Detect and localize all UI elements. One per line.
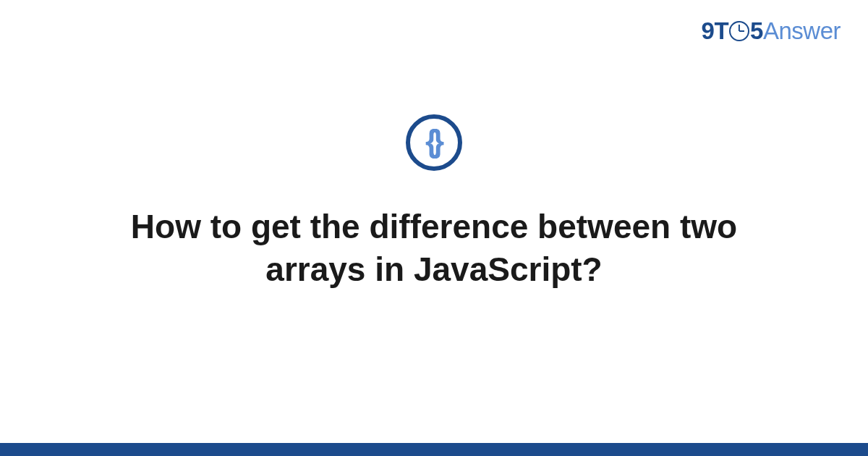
- page-title: How to get the difference between two ar…: [72, 206, 796, 291]
- brace-right: }: [432, 123, 443, 159]
- braces-glyph: {}: [425, 125, 443, 157]
- code-braces-icon: {}: [406, 114, 462, 171]
- bottom-accent-bar: [0, 443, 868, 456]
- main-content: {} How to get the difference between two…: [0, 0, 868, 456]
